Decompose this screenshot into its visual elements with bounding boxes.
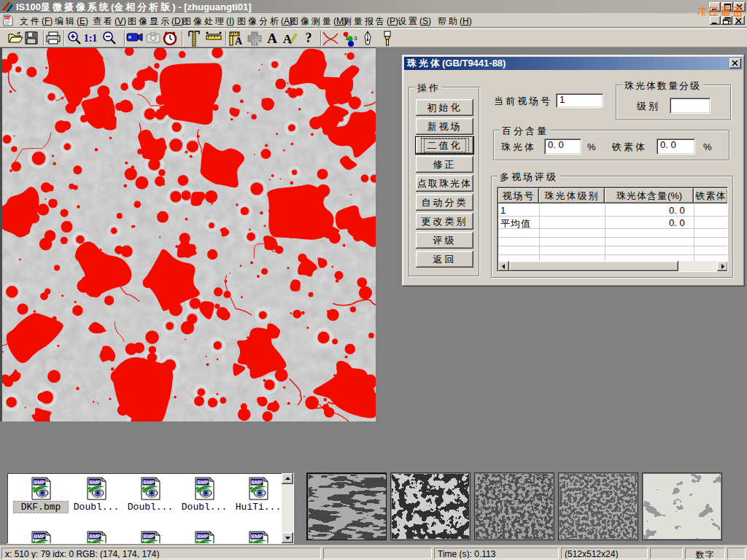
- svg-text:DOC: DOC: [3, 16, 12, 20]
- svg-text:BMP: BMP: [197, 534, 209, 539]
- svg-text:1: 1: [345, 35, 349, 42]
- svg-text:3: 3: [354, 35, 357, 42]
- svg-text:BMP: BMP: [251, 534, 263, 539]
- svg-text:?: ?: [306, 31, 312, 45]
- svg-text:BMP: BMP: [143, 480, 155, 485]
- svg-text:A: A: [267, 31, 277, 45]
- svg-text:BMP: BMP: [34, 534, 45, 539]
- svg-text:1:1: 1:1: [84, 33, 98, 44]
- svg-text:BMP: BMP: [89, 534, 101, 539]
- svg-text:A: A: [235, 36, 243, 47]
- svg-text:BMP: BMP: [251, 480, 263, 485]
- svg-text:BMP: BMP: [197, 480, 209, 485]
- svg-text:BMP: BMP: [143, 534, 155, 539]
- svg-text:BMP: BMP: [34, 480, 45, 485]
- svg-text:BMP: BMP: [89, 480, 101, 485]
